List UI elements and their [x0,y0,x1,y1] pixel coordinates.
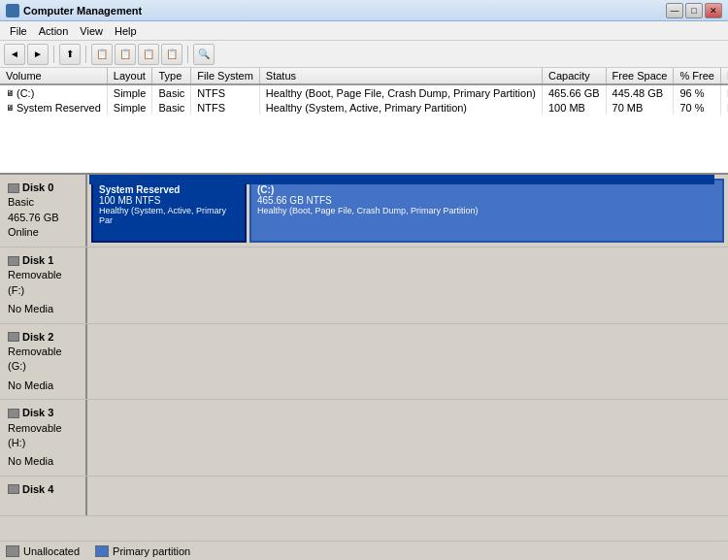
col-header-status[interactable]: Status [259,68,542,84]
up-button[interactable]: ⬆ [59,44,81,65]
disk-partitions-2 [87,324,728,400]
disk-type-1: Removable (F:) [8,268,78,298]
col-header-pctfree[interactable]: % Free [674,68,720,84]
disk-name-0: Disk 0 [8,181,78,195]
col-header-filesystem[interactable]: File System [191,68,259,84]
toolbar-separator-2 [85,46,86,63]
disk-partitions-3 [87,400,728,476]
disk-row-3: Disk 3 Removable (H:) No Media [0,400,728,477]
export-button[interactable]: 📋 [161,44,182,65]
partition-status-c: Healthy (Boot, Page File, Crash Dump, Pr… [257,206,716,215]
table-row[interactable]: 🖥 System Reserved Simple Basic NTFS Heal… [0,100,728,115]
disk-partitions-1 [87,247,728,323]
col-header-freespace[interactable]: Free Space [606,68,674,84]
col-header-volume[interactable]: Volume [0,68,107,84]
cell-volume-1: 🖥 System Reserved [0,100,107,115]
cell-fault-1: No [720,100,728,115]
disk-type-3: Removable (H:) [8,421,78,451]
col-header-type[interactable]: Type [152,68,191,84]
disk-status-1: No Media [8,302,78,316]
forward-button[interactable]: ► [27,44,49,65]
disk-status-3: No Media [8,454,78,469]
disk-type-2: Removable (G:) [8,345,78,375]
volume-list: Volume Layout Type File System Status Ca… [0,68,728,175]
partition-name-c: (C:) [257,184,716,195]
disk-name-2: Disk 2 [8,330,78,345]
menu-action[interactable]: Action [33,23,75,39]
disk-type-0: Basic [8,195,78,210]
disk-name-4: Disk 4 [8,482,78,497]
disk-partitions-0: System Reserved 100 MB NTFS Healthy (Sys… [87,175,728,247]
partition-status-sr: Healthy (System, Active, Primary Par [99,206,239,225]
disk-icon-3 [8,409,19,418]
partition-system-reserved[interactable]: System Reserved 100 MB NTFS Healthy (Sys… [91,179,247,243]
cell-fault-0: No [720,84,728,100]
show-hide-button[interactable]: 📋 [91,44,113,65]
title-bar-buttons: — □ ✕ [666,3,722,18]
cell-fs-0: NTFS [191,84,259,100]
disk-icon-0 [8,183,19,193]
disk-partitions-4 [87,477,728,515]
disk-icon-2 [8,332,19,342]
col-header-layout[interactable]: Layout [107,68,152,84]
disk-map[interactable]: Disk 0 Basic 465.76 GB Online System Res… [0,175,728,541]
cell-fs-1: NTFS [191,100,259,115]
status-bar: Unallocated Primary partition [0,541,728,560]
minimize-button[interactable]: — [666,3,683,18]
cell-layout-1: Simple [107,100,152,115]
help-button[interactable]: 📋 [138,44,159,65]
disk-label-2: Disk 2 Removable (G:) No Media [0,324,87,400]
properties-button[interactable]: 📋 [115,44,136,65]
cell-pctfree-0: 96 % [674,84,720,100]
disk-name-1: Disk 1 [8,253,78,268]
partition-c-drive[interactable]: (C:) 465.66 GB NTFS Healthy (Boot, Page … [249,179,724,243]
search-button[interactable]: 🔍 [193,44,215,65]
cell-pctfree-1: 70 % [674,100,720,115]
disk-status-2: No Media [8,379,78,393]
disk-row-4: Disk 4 [0,477,728,516]
cell-freespace-1: 70 MB [606,100,674,115]
disk-name-3: Disk 3 [8,406,78,420]
menu-view[interactable]: View [74,23,109,39]
disk-row-2: Disk 2 Removable (G:) No Media [0,324,728,401]
disk-icon-1 [8,256,19,266]
partition-size-sr: 100 MB NTFS [99,195,239,206]
disk-size-0: 465.76 GB [8,211,78,225]
menu-bar: File Action View Help [0,21,728,41]
legend-primary: Primary partition [95,545,190,557]
maximize-button[interactable]: □ [685,3,703,18]
volume-table: Volume Layout Type File System Status Ca… [0,68,728,115]
partition-name-sr: System Reserved [99,184,239,195]
cell-type-0: Basic [152,84,191,100]
disk-status-0: Online [8,225,78,240]
cell-status-1: Healthy (System, Active, Primary Partiti… [259,100,542,115]
window-title: Computer Management [23,5,142,16]
cell-freespace-0: 445.48 GB [606,84,674,100]
col-header-fault[interactable]: Fault Tolerance [720,68,728,84]
title-bar: Computer Management — □ ✕ [0,0,728,21]
table-row[interactable]: 🖥 (C:) Simple Basic NTFS Healthy (Boot, … [0,84,728,100]
legend-box-unallocated [6,545,19,557]
cell-volume-0: 🖥 (C:) [0,84,107,100]
legend-label-primary: Primary partition [113,545,190,557]
toolbar-separator-3 [187,46,188,63]
cell-type-1: Basic [152,100,191,115]
disk-label-4: Disk 4 [0,477,87,515]
disk-row-0: Disk 0 Basic 465.76 GB Online System Res… [0,175,728,247]
disk-label-1: Disk 1 Removable (F:) No Media [0,247,87,323]
col-header-capacity[interactable]: Capacity [542,68,606,84]
partition-size-c: 465.66 GB NTFS [257,195,716,206]
disk-icon-4 [8,484,19,494]
legend-label-unallocated: Unallocated [23,545,80,557]
legend-box-primary [95,545,109,557]
close-button[interactable]: ✕ [705,3,722,18]
legend-unallocated: Unallocated [6,545,80,557]
back-button[interactable]: ◄ [4,44,25,65]
cell-capacity-0: 465.66 GB [542,84,606,100]
menu-help[interactable]: Help [109,23,143,39]
content-area: Volume Layout Type File System Status Ca… [0,68,728,560]
menu-file[interactable]: File [4,23,33,39]
cell-capacity-1: 100 MB [542,100,606,115]
main-container: Volume Layout Type File System Status Ca… [0,68,728,560]
app-icon [6,4,19,17]
